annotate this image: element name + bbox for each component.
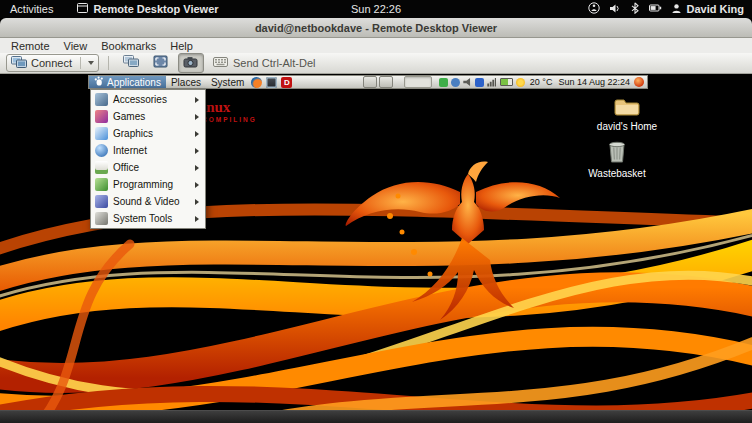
fullscreen-icon [153, 54, 168, 72]
fullscreen-button[interactable] [148, 53, 174, 73]
bluetooth-icon[interactable] [630, 2, 640, 16]
shutdown-icon[interactable] [634, 77, 644, 87]
gnome-shell-top-bar: Activities Remote Desktop Viewer Sun 22:… [0, 0, 752, 18]
menu-item-games[interactable]: Games [92, 108, 204, 125]
shell-clock[interactable]: Sun 22:26 [351, 0, 401, 18]
battery-tray-icon[interactable] [500, 78, 513, 86]
submenu-arrow-icon [195, 97, 199, 103]
focused-app-name: Remote Desktop Viewer [93, 3, 218, 15]
menu-remote[interactable]: Remote [4, 40, 57, 52]
accessories-icon [95, 93, 108, 106]
notification-area[interactable] [404, 76, 432, 88]
user-name: David King [687, 3, 744, 15]
wallpaper-logo-text: inux [202, 100, 257, 115]
remote-places-label: Places [171, 77, 201, 88]
d-launcher-icon[interactable]: D [281, 77, 292, 88]
temperature-readout[interactable]: 20 °C [530, 77, 553, 87]
remote-system-menu[interactable]: System [206, 76, 249, 88]
activities-button[interactable]: Activities [0, 0, 63, 18]
menu-item-office[interactable]: Office [92, 159, 204, 176]
disconnect-button[interactable] [118, 53, 144, 73]
keyboard-icon [213, 57, 228, 69]
submenu-arrow-icon [195, 148, 199, 154]
screen: Activities Remote Desktop Viewer Sun 22:… [0, 0, 752, 423]
submenu-arrow-icon [195, 165, 199, 171]
send-ctrl-alt-del-label: Send Ctrl-Alt-Del [233, 57, 316, 69]
toolbar-separator [108, 56, 109, 70]
remote-desktop-viewport[interactable]: inux COMPILING Applications Places Syste… [0, 74, 752, 423]
games-icon [95, 110, 108, 123]
remote-panel-clock[interactable]: Sun 14 Aug 22:24 [558, 77, 630, 87]
send-ctrl-alt-del-button[interactable]: Send Ctrl-Alt-Del [208, 54, 321, 72]
chevron-down-icon [88, 61, 94, 65]
remote-applications-label: Applications [107, 77, 161, 88]
connect-label: Connect [31, 57, 72, 69]
network-signal-icon[interactable] [487, 78, 496, 87]
connect-icon [11, 56, 27, 71]
taskbar-item[interactable] [363, 76, 377, 88]
remote-bottom-panel[interactable] [0, 410, 752, 423]
screenshot-button[interactable] [178, 53, 204, 73]
submenu-arrow-icon [195, 182, 199, 188]
desktop-icon-label: Wastebasket [588, 168, 645, 179]
messenger-tray-icon[interactable] [451, 78, 460, 87]
remote-places-menu[interactable]: Places [166, 76, 206, 88]
applications-menu-icon [94, 76, 104, 88]
menu-item-accessories[interactable]: Accessories [92, 91, 204, 108]
sound-video-icon [95, 195, 108, 208]
user-menu[interactable]: David King [671, 3, 744, 16]
battery-icon[interactable] [649, 3, 662, 15]
connect-button[interactable]: Connect [6, 54, 99, 72]
bluetooth-tray-icon[interactable] [475, 78, 484, 87]
desktop-icon-wastebasket[interactable]: Wastebasket [584, 140, 650, 179]
user-icon [671, 3, 682, 16]
submenu-arrow-icon [195, 114, 199, 120]
menu-item-programming[interactable]: Programming [92, 176, 204, 193]
menu-item-system-tools[interactable]: System Tools [92, 210, 204, 227]
system-tools-icon [95, 212, 108, 225]
menu-item-sound-video[interactable]: Sound & Video [92, 193, 204, 210]
firefox-launcher-icon[interactable] [251, 77, 262, 88]
desktop-icon-home[interactable]: david's Home [594, 96, 660, 132]
menu-item-internet[interactable]: Internet [92, 142, 204, 159]
programming-icon [95, 178, 108, 191]
app-window-icon [77, 3, 88, 15]
wastebasket-icon [607, 140, 627, 165]
internet-icon [95, 144, 108, 157]
menubar: Remote View Bookmarks Help [0, 38, 752, 53]
focused-app-indicator[interactable]: Remote Desktop Viewer [77, 3, 218, 15]
volume-icon[interactable] [609, 3, 621, 16]
display-launcher-icon[interactable] [266, 77, 277, 88]
applications-dropdown-menu: Accessories Games Graphics Internet Offi [90, 89, 206, 229]
home-folder-icon [614, 96, 640, 118]
menu-bookmarks[interactable]: Bookmarks [94, 40, 163, 52]
taskbar-item[interactable] [379, 76, 393, 88]
accessibility-icon[interactable] [588, 2, 600, 16]
screenshot-icon [183, 54, 198, 72]
menu-view[interactable]: View [57, 40, 95, 52]
submenu-arrow-icon [195, 131, 199, 137]
window-titlebar[interactable]: david@netbookdave - Remote Desktop Viewe… [0, 18, 752, 38]
submenu-arrow-icon [195, 199, 199, 205]
toolbar: Connect Send Ctrl-Alt-Del [0, 53, 752, 74]
wallpaper-logo-subtext: COMPILING [202, 117, 257, 124]
wallpaper-logo: inux COMPILING [202, 100, 257, 124]
disconnect-icon [123, 54, 139, 72]
submenu-arrow-icon [195, 216, 199, 222]
window-title: david@netbookdave - Remote Desktop Viewe… [255, 22, 497, 34]
office-icon [95, 161, 108, 174]
remote-top-panel: Applications Places System D 20 °C Sun 1 [88, 75, 648, 89]
button-divider [80, 57, 81, 69]
volume-tray-icon[interactable] [463, 78, 472, 87]
graphics-icon [95, 127, 108, 140]
desktop-icon-label: david's Home [597, 121, 657, 132]
menu-help[interactable]: Help [163, 40, 200, 52]
update-notifier-icon[interactable] [439, 78, 448, 87]
remote-applications-menu[interactable]: Applications [89, 76, 166, 88]
remote-system-label: System [211, 77, 244, 88]
weather-icon [516, 78, 525, 87]
menu-item-graphics[interactable]: Graphics [92, 125, 204, 142]
